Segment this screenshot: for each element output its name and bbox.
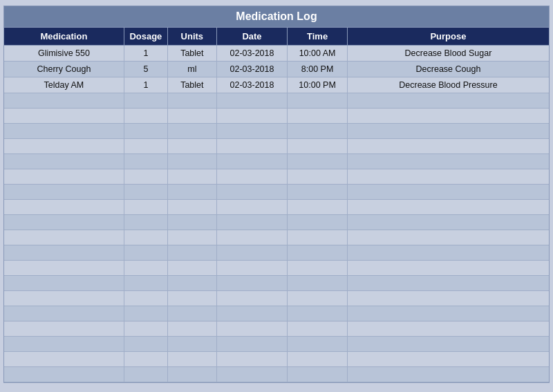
- cell-time: [288, 261, 348, 276]
- cell-dosage: [124, 321, 167, 337]
- cell-date: [216, 291, 287, 306]
- cell-date: [216, 154, 287, 169]
- cell-units: [167, 169, 216, 185]
- cell-time: [288, 109, 348, 124]
- cell-purpose: [347, 200, 549, 215]
- cell-dosage: 5: [124, 62, 167, 77]
- cell-purpose: [347, 215, 549, 230]
- table-row: [4, 337, 549, 352]
- cell-medication: Telday AM: [4, 77, 124, 93]
- cell-medication: [4, 154, 124, 169]
- cell-time: [288, 154, 348, 169]
- table-row: [4, 321, 549, 337]
- cell-purpose: [347, 367, 549, 382]
- cell-time: [288, 124, 348, 139]
- cell-date: [216, 352, 287, 367]
- table-row: [4, 215, 549, 230]
- cell-dosage: [124, 109, 167, 124]
- cell-purpose: [347, 93, 549, 109]
- cell-units: [167, 261, 216, 276]
- cell-time: [288, 276, 348, 291]
- cell-purpose: Decrease Blood Sugar: [347, 46, 549, 62]
- cell-dosage: [124, 337, 167, 352]
- cell-dosage: [124, 367, 167, 382]
- cell-medication: [4, 261, 124, 276]
- cell-purpose: [347, 321, 549, 337]
- cell-date: [216, 124, 287, 139]
- cell-date: [216, 169, 287, 185]
- cell-units: [167, 306, 216, 321]
- table-header-row: Medication Dosage Units Date Time Purpos…: [4, 28, 549, 46]
- cell-date: [216, 337, 287, 352]
- table-row: [4, 124, 549, 139]
- cell-time: [288, 169, 348, 185]
- col-header-units: Units: [167, 28, 216, 46]
- cell-dosage: [124, 93, 167, 109]
- cell-dosage: [124, 261, 167, 276]
- table-row: [4, 291, 549, 306]
- cell-date: [216, 261, 287, 276]
- table-row: [4, 185, 549, 200]
- cell-purpose: [347, 124, 549, 139]
- cell-units: [167, 185, 216, 200]
- cell-units: [167, 276, 216, 291]
- table-row: [4, 367, 549, 382]
- cell-medication: [4, 321, 124, 337]
- cell-date: [216, 93, 287, 109]
- cell-time: 10:00 AM: [288, 46, 348, 62]
- cell-medication: Glimisive 550: [4, 46, 124, 62]
- cell-time: [288, 352, 348, 367]
- medication-log-container: Medication Log Medication Dosage Units D…: [3, 6, 550, 383]
- cell-purpose: Decrease Cough: [347, 62, 549, 77]
- cell-medication: [4, 109, 124, 124]
- cell-dosage: [124, 124, 167, 139]
- table-row: [4, 169, 549, 185]
- cell-purpose: Decrease Blood Pressure: [347, 77, 549, 93]
- cell-purpose: [347, 109, 549, 124]
- cell-purpose: [347, 169, 549, 185]
- col-header-time: Time: [288, 28, 348, 46]
- table-row: [4, 200, 549, 215]
- cell-purpose: [347, 245, 549, 261]
- cell-purpose: [347, 337, 549, 352]
- cell-dosage: [124, 185, 167, 200]
- cell-time: [288, 291, 348, 306]
- cell-medication: [4, 185, 124, 200]
- cell-dosage: [124, 154, 167, 169]
- cell-medication: [4, 139, 124, 154]
- cell-date: [216, 185, 287, 200]
- cell-time: [288, 185, 348, 200]
- table-row: [4, 245, 549, 261]
- cell-medication: [4, 352, 124, 367]
- cell-purpose: [347, 139, 549, 154]
- cell-dosage: 1: [124, 46, 167, 62]
- cell-date: [216, 321, 287, 337]
- table-row: [4, 230, 549, 245]
- cell-units: ml: [167, 62, 216, 77]
- cell-units: [167, 154, 216, 169]
- cell-date: 02-03-2018: [216, 46, 287, 62]
- cell-units: [167, 109, 216, 124]
- cell-dosage: [124, 245, 167, 261]
- cell-units: [167, 215, 216, 230]
- cell-medication: [4, 291, 124, 306]
- cell-time: [288, 215, 348, 230]
- cell-purpose: [347, 276, 549, 291]
- cell-date: [216, 139, 287, 154]
- cell-units: [167, 230, 216, 245]
- cell-date: [216, 245, 287, 261]
- cell-time: [288, 245, 348, 261]
- cell-units: [167, 352, 216, 367]
- cell-dosage: [124, 200, 167, 215]
- cell-time: [288, 200, 348, 215]
- cell-purpose: [347, 261, 549, 276]
- cell-dosage: [124, 230, 167, 245]
- cell-units: [167, 124, 216, 139]
- table-row: [4, 109, 549, 124]
- cell-dosage: 1: [124, 77, 167, 93]
- cell-date: [216, 109, 287, 124]
- cell-units: [167, 337, 216, 352]
- cell-date: [216, 200, 287, 215]
- cell-time: 10:00 PM: [288, 77, 348, 93]
- cell-dosage: [124, 169, 167, 185]
